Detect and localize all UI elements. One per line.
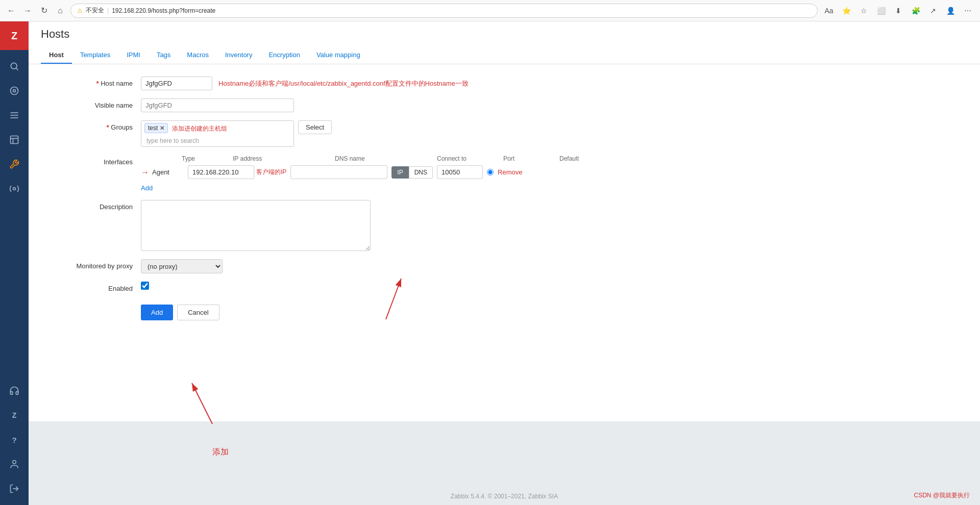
- action-buttons: Add Cancel: [141, 305, 219, 320]
- groups-placeholder-hint: 添加进创建的主机组: [170, 123, 229, 135]
- interfaces-container: Type IP address DNS name Connect to Port…: [141, 155, 960, 192]
- enabled-label: Enabled: [49, 282, 141, 292]
- monitored-proxy-row: Monitored by proxy (no proxy): [49, 259, 960, 273]
- svg-point-10: [13, 188, 16, 190]
- group-tag-label: test: [148, 124, 158, 132]
- description-textarea[interactable]: [141, 200, 371, 251]
- page-title: Hosts: [41, 28, 968, 41]
- host-name-hint: Hostname必须和客户端/usr/local/etc/zabbix_agen…: [218, 79, 469, 88]
- url-text: 192.168.220.9/hosts.php?form=create: [112, 7, 215, 14]
- sidebar-logo[interactable]: Z: [0, 21, 29, 50]
- select-button[interactable]: Select: [298, 120, 332, 134]
- add-host-button[interactable]: Add: [141, 305, 173, 320]
- tab-ipmi[interactable]: IPMI: [118, 47, 149, 64]
- dns-name-input[interactable]: [290, 165, 387, 179]
- back-button[interactable]: ←: [5, 5, 17, 17]
- port-input[interactable]: [437, 165, 483, 179]
- favorites-icon[interactable]: ⭐: [839, 4, 853, 18]
- sidebar-item-profile[interactable]: [0, 452, 29, 476]
- remove-interface-link[interactable]: Remove: [498, 168, 522, 176]
- interfaces-row: Interfaces Type IP address DNS name Conn…: [49, 155, 960, 192]
- tab-inventory[interactable]: Inventory: [217, 47, 260, 64]
- interface-row-agent: → Agent 客户端的IP IP DNS Remove: [141, 165, 960, 179]
- proxy-select[interactable]: (no proxy): [141, 259, 223, 273]
- interfaces-header: Type IP address DNS name Connect to Port…: [141, 155, 960, 162]
- star-button[interactable]: ☆: [856, 4, 871, 18]
- svg-point-11: [13, 461, 16, 464]
- connect-ip-button[interactable]: IP: [391, 166, 408, 179]
- home-button[interactable]: ⌂: [54, 5, 66, 17]
- group-tag-test: test ✕: [144, 123, 168, 133]
- groups-search-hint: type here to search: [144, 136, 201, 145]
- refresh-button[interactable]: ↻: [38, 5, 50, 17]
- sidebar-item-configuration[interactable]: [0, 152, 29, 176]
- tab-macros[interactable]: Macros: [179, 47, 217, 64]
- ip-address-input[interactable]: [188, 165, 254, 179]
- col-ip-header: IP address: [233, 155, 335, 162]
- share-button[interactable]: ↗: [926, 4, 940, 18]
- ip-button-arrow: [376, 268, 416, 330]
- connect-dns-button[interactable]: DNS: [409, 166, 433, 179]
- add-interface-link[interactable]: Add: [141, 184, 153, 192]
- connect-to-buttons: IP DNS: [391, 166, 433, 179]
- sidebar-item-reports[interactable]: [0, 128, 29, 152]
- sidebar-item-inventory[interactable]: [0, 103, 29, 128]
- security-text: 不安全: [86, 6, 104, 15]
- host-name-container: Hostname必须和客户端/usr/local/etc/zabbix_agen…: [141, 77, 469, 90]
- sidebar-item-logout[interactable]: [0, 476, 29, 501]
- tab-value-mapping[interactable]: Value mapping: [308, 47, 369, 64]
- tab-host[interactable]: Host: [41, 47, 72, 64]
- footer-text: Zabbix 5.4.4. © 2001–2021, Zabbix SIA: [451, 493, 558, 500]
- profile-button[interactable]: 👤: [943, 4, 958, 18]
- default-interface-radio[interactable]: [487, 169, 494, 175]
- svg-rect-7: [11, 136, 18, 144]
- host-name-input[interactable]: [141, 77, 212, 90]
- tab-tags[interactable]: Tags: [149, 47, 179, 64]
- reader-mode-button[interactable]: Aa: [822, 4, 836, 18]
- visible-name-input[interactable]: [141, 98, 294, 112]
- svg-point-2: [11, 87, 18, 95]
- action-buttons-row: Add Cancel: [49, 300, 960, 320]
- svg-point-3: [13, 90, 16, 92]
- forward-button[interactable]: →: [21, 5, 34, 17]
- host-name-row: Host name Hostname必须和客户端/usr/local/etc/z…: [49, 77, 960, 90]
- enabled-checkbox[interactable]: [141, 282, 149, 290]
- svg-point-0: [11, 63, 17, 69]
- collections-button[interactable]: ⬜: [874, 4, 888, 18]
- arrow-indicator-icon: →: [141, 168, 149, 177]
- groups-tags-box[interactable]: test ✕ 添加进创建的主机组 type here to search: [141, 120, 294, 147]
- content-area: Hosts Host Templates IPMI Tags Macros In…: [29, 21, 980, 505]
- enabled-checkbox-container: [141, 282, 149, 290]
- ip-hint: 客户端的IP: [256, 168, 286, 176]
- menu-button[interactable]: ⋯: [961, 4, 975, 18]
- form-area: Host name Hostname必须和客户端/usr/local/etc/z…: [29, 64, 980, 421]
- address-bar[interactable]: ⚠ 不安全 | 192.168.220.9/hosts.php?form=cre…: [70, 4, 818, 18]
- interfaces-label: Interfaces: [49, 155, 141, 166]
- tab-templates[interactable]: Templates: [72, 47, 118, 64]
- col-connect-header: Connect to: [437, 155, 503, 162]
- tag-remove-button[interactable]: ✕: [160, 125, 164, 132]
- sidebar-item-support[interactable]: [0, 378, 29, 403]
- sidebar-item-monitoring[interactable]: [0, 79, 29, 103]
- col-port-header: Port: [503, 155, 559, 162]
- sidebar-item-search[interactable]: [0, 54, 29, 79]
- browser-toolbar: Aa ⭐ ☆ ⬜ ⬇ 🧩 ↗ 👤 ⋯: [822, 4, 975, 18]
- add-annotation-text: 添加: [212, 447, 229, 458]
- tab-encryption[interactable]: Encryption: [260, 47, 308, 64]
- sidebar-item-help[interactable]: ?: [0, 427, 29, 452]
- extensions-button[interactable]: 🧩: [909, 4, 923, 18]
- footer: Zabbix 5.4.4. © 2001–2021, Zabbix SIA CS…: [29, 488, 980, 505]
- visible-name-row: Visible name: [49, 98, 960, 112]
- cancel-button[interactable]: Cancel: [177, 305, 219, 320]
- sidebar-item-admin[interactable]: [0, 176, 29, 201]
- sidebar-item-zabbix-logo[interactable]: Z: [0, 403, 29, 427]
- enabled-row: Enabled: [49, 282, 960, 292]
- monitored-proxy-label: Monitored by proxy: [49, 259, 141, 270]
- footer-watermark: CSDN @我就要执行: [914, 491, 970, 500]
- app-wrapper: Z Z ?: [0, 21, 980, 505]
- page-header: Hosts Host Templates IPMI Tags Macros In…: [29, 21, 980, 64]
- sidebar-bottom: Z ?: [0, 378, 29, 505]
- download-button[interactable]: ⬇: [891, 4, 905, 18]
- security-warning-icon: ⚠: [77, 7, 83, 14]
- groups-row: Groups test ✕ 添加进创建的主机组 type here to sea…: [49, 120, 960, 147]
